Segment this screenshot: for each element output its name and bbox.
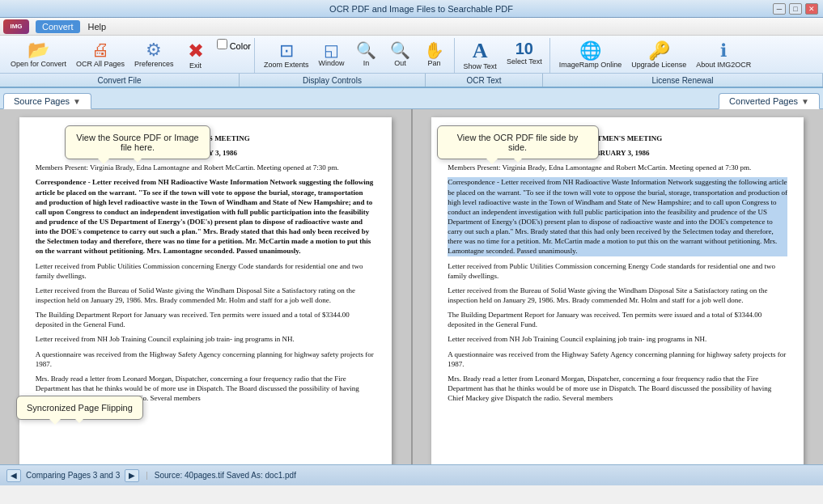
source-panel[interactable]: View the Source PDF or Image file here. … bbox=[0, 109, 413, 464]
preferences-button[interactable]: ⚙ Preferences bbox=[130, 39, 178, 72]
imageramp-label: ImageRamp Online bbox=[559, 61, 622, 69]
window-label: Window bbox=[319, 59, 345, 67]
toolbar-group-ocr-text: A Show Text 10 Select Text bbox=[456, 38, 550, 73]
tab-converted-pages[interactable]: Converted Pages ▼ bbox=[719, 93, 820, 109]
select-text-label: Select Text bbox=[507, 57, 542, 66]
tab-row: Source Pages ▼ Converted Pages ▼ bbox=[0, 88, 823, 109]
ocr-para-4: The Building Department Report for Janua… bbox=[448, 310, 787, 329]
color-checkbox[interactable] bbox=[217, 39, 227, 49]
exit-icon: ✖ bbox=[188, 41, 204, 61]
source-info: Source: 40pages.tif Saved As: doc1.pdf bbox=[155, 471, 296, 480]
window-icon: ◱ bbox=[324, 42, 339, 58]
doc-para-2: Letter received from Public Utilities Co… bbox=[36, 261, 375, 281]
status-divider: | bbox=[146, 471, 148, 480]
doc-para-4: The Building Department Report for Janua… bbox=[36, 310, 375, 329]
zoom-extents-button[interactable]: ⊡ Zoom Extents bbox=[260, 40, 313, 71]
window-controls: ─ □ ✕ bbox=[773, 3, 818, 15]
menu-convert[interactable]: Convert bbox=[36, 20, 80, 33]
page-info: Comparing Pages 3 and 3 bbox=[26, 471, 120, 480]
pan-button[interactable]: ✋ Pan bbox=[418, 40, 451, 71]
show-text-icon: A bbox=[473, 40, 488, 61]
tab-source-arrow[interactable]: ▼ bbox=[73, 97, 81, 106]
next-page-button[interactable]: ▶ bbox=[125, 469, 139, 482]
ocr-para-5: Letter received from NH Job Training Cou… bbox=[448, 334, 787, 344]
convert-file-buttons: 📂 Open for Convert 🖨 OCR All Pages ⚙ Pre… bbox=[6, 39, 251, 72]
ocr-para-7: Mrs. Brady read a letter from Leonard Mo… bbox=[448, 374, 787, 403]
doc-para-1: Correspondence - Letter received from NH… bbox=[36, 177, 375, 256]
color-checkbox-container: Color bbox=[217, 39, 251, 72]
zoom-in-icon: 🔍 bbox=[356, 42, 376, 58]
doc-para-3: Letter received from the Bureau of Solid… bbox=[36, 286, 375, 305]
menu-bar: IMG Convert Help bbox=[0, 18, 823, 36]
zoom-extents-icon: ⊡ bbox=[279, 42, 294, 60]
open-for-convert-button[interactable]: 📂 Open for Convert bbox=[6, 39, 70, 72]
zoom-in-button[interactable]: 🔍 In bbox=[350, 40, 383, 71]
ocr-text-buttons: A Show Text 10 Select Text bbox=[460, 38, 546, 73]
app-title: OCR PDF and Image Files to Searchable PD… bbox=[70, 4, 773, 14]
zoom-out-button[interactable]: 🔍 Out bbox=[384, 40, 417, 71]
ocr-all-pages-button[interactable]: 🖨 OCR All Pages bbox=[72, 39, 129, 72]
source-callout: View the Source PDF or Image file here. bbox=[65, 125, 210, 159]
tab-source-pages[interactable]: Source Pages ▼ bbox=[3, 93, 91, 109]
ocr-panel[interactable]: View the OCR PDF file side by side. SELE… bbox=[413, 109, 824, 464]
section-label-convert: Convert File bbox=[0, 74, 240, 87]
title-bar: OCR PDF and Image Files to Searchable PD… bbox=[0, 0, 823, 18]
ocr-para-0: Members Present: Virginia Brady, Edna La… bbox=[448, 163, 787, 172]
app-logo: IMG bbox=[3, 19, 29, 34]
upgrade-label: Upgrade License bbox=[631, 61, 686, 69]
about-button[interactable]: ℹ About IMG2OCR bbox=[692, 40, 755, 71]
open-label: Open for Convert bbox=[11, 60, 66, 68]
status-bar: ◀ Comparing Pages 3 and 3 ▶ | Source: 40… bbox=[0, 464, 823, 485]
ocr-para-1-highlighted: Correspondence - Letter received from NH… bbox=[448, 177, 787, 256]
ocr-para-2: Letter received from Public Utilities Co… bbox=[448, 261, 787, 281]
main-content: View the Source PDF or Image file here. … bbox=[0, 109, 823, 464]
toolbar: 📂 Open for Convert 🖨 OCR All Pages ⚙ Pre… bbox=[0, 36, 823, 74]
menu-help[interactable]: Help bbox=[82, 20, 113, 33]
color-label: Color bbox=[230, 41, 251, 51]
exit-label: Exit bbox=[189, 61, 202, 70]
section-label-display: Display Controls bbox=[240, 74, 426, 87]
show-text-button[interactable]: A Show Text bbox=[460, 38, 501, 73]
about-label: About IMG2OCR bbox=[696, 61, 751, 69]
toolbar-group-license: 🌐 ImageRamp Online 🔑 Upgrade License ℹ A… bbox=[552, 38, 759, 73]
maximize-button[interactable]: □ bbox=[789, 3, 802, 15]
license-buttons: 🌐 ImageRamp Online 🔑 Upgrade License ℹ A… bbox=[555, 40, 756, 71]
ocr-icon: 🖨 bbox=[91, 41, 109, 59]
info-icon: ℹ bbox=[720, 42, 727, 60]
ocr-label: OCR All Pages bbox=[76, 60, 125, 68]
zoom-in-label: In bbox=[363, 59, 370, 67]
open-icon: 📂 bbox=[28, 41, 49, 59]
tab-converted-arrow[interactable]: ▼ bbox=[801, 97, 809, 106]
close-button[interactable]: ✕ bbox=[805, 3, 818, 15]
doc-para-5: Letter received from NH Job Training Cou… bbox=[36, 334, 375, 344]
sync-callout: Syncronized Page Flipping bbox=[16, 396, 143, 420]
select-text-icon: 10 bbox=[515, 40, 533, 57]
ocr-callout: View the OCR PDF file side by side. bbox=[437, 125, 599, 159]
pan-label: Pan bbox=[428, 59, 441, 67]
gear-icon: ⚙ bbox=[146, 41, 162, 59]
select-text-button[interactable]: 10 Select Text bbox=[503, 38, 546, 73]
ocr-para-3: Letter received from the Bureau of Solid… bbox=[448, 286, 787, 305]
display-control-buttons: ⊡ Zoom Extents ◱ Window 🔍 In 🔍 Out ✋ Pan bbox=[260, 40, 451, 71]
zoom-out-icon: 🔍 bbox=[390, 42, 410, 58]
toolbar-section-labels: Convert File Display Controls OCR Text L… bbox=[0, 74, 823, 88]
pan-icon: ✋ bbox=[424, 42, 444, 58]
key-icon: 🔑 bbox=[648, 42, 670, 60]
window-button[interactable]: ◱ Window bbox=[315, 40, 349, 71]
section-label-ocr: OCR Text bbox=[426, 74, 543, 87]
toolbar-group-convert-file: 📂 Open for Convert 🖨 OCR All Pages ⚙ Pre… bbox=[3, 38, 255, 73]
doc-para-0: Members Present: Virginia Brady, Edna La… bbox=[36, 163, 375, 172]
upgrade-license-button[interactable]: 🔑 Upgrade License bbox=[627, 40, 690, 71]
globe-icon: 🌐 bbox=[579, 42, 601, 60]
doc-para-6: A questionnaire was received from the Hi… bbox=[36, 349, 375, 369]
preferences-label: Preferences bbox=[134, 60, 174, 68]
ocr-para-6: A questionnaire was received from the Hi… bbox=[448, 349, 787, 369]
prev-page-button[interactable]: ◀ bbox=[6, 469, 21, 482]
toolbar-group-display-controls: ⊡ Zoom Extents ◱ Window 🔍 In 🔍 Out ✋ Pan bbox=[257, 38, 455, 73]
minimize-button[interactable]: ─ bbox=[773, 3, 786, 15]
tab-converted-label: Converted Pages bbox=[729, 96, 798, 106]
exit-button[interactable]: ✖ Exit bbox=[180, 39, 212, 72]
show-text-label: Show Text bbox=[464, 62, 497, 70]
zoom-extents-label: Zoom Extents bbox=[264, 61, 309, 69]
imageramp-online-button[interactable]: 🌐 ImageRamp Online bbox=[555, 40, 626, 71]
